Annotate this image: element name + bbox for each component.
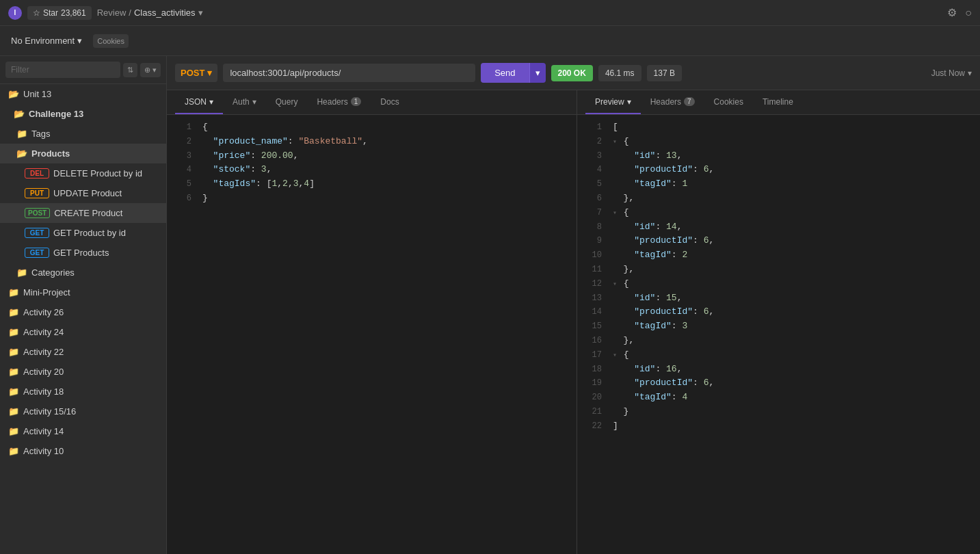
sidebar-item-unit13[interactable]: 📂 Unit 13	[0, 84, 166, 104]
sidebar-item-label: Activity 14	[23, 426, 64, 436]
send-button[interactable]: Send	[481, 63, 529, 83]
user-button[interactable]: ○	[965, 7, 972, 19]
tab-cookies-label: Cookies	[714, 97, 743, 107]
folder-open-icon: 📂	[14, 109, 25, 119]
sidebar: ⇅ ⊕ ▾ 📂 Unit 13 📂 Challenge 13 📁 Tags 📂	[0, 56, 167, 554]
put-badge: PUT	[25, 188, 49, 198]
code-line: 21 }	[577, 405, 980, 419]
env-label: No Environment	[11, 36, 75, 46]
sidebar-item-challenge13[interactable]: 📂 Challenge 13	[0, 104, 166, 124]
send-dropdown-button[interactable]: ▾	[529, 63, 546, 83]
tab-json-dropdown: ▾	[209, 97, 213, 107]
code-line: 4 "productId": 6,	[577, 163, 980, 177]
left-panel-tabs: JSON ▾ Auth ▾ Query Headers 1	[167, 90, 577, 115]
sidebar-sort-button[interactable]: ⇅	[123, 63, 137, 77]
sidebar-item-label: Mini-Project	[23, 287, 70, 298]
url-bar: POST ▾ Send ▾ 200 OK 46.1 ms 137 B Just …	[167, 56, 980, 90]
top-bar: I ☆ Star 23,861 Review / Class_activitie…	[0, 0, 980, 26]
code-line: 1 [	[577, 120, 980, 135]
collapse-arrow[interactable]: ▾	[613, 280, 617, 288]
method-select[interactable]: POST ▾	[175, 64, 217, 82]
sidebar-request-get-products[interactable]: GET GET Products	[0, 243, 166, 263]
response-body: 1 [ 2 ▾ { 3 "	[577, 115, 980, 554]
code-line: 6 }	[167, 192, 577, 206]
code-line: 14 "productId": 6,	[577, 305, 980, 319]
post-badge: POST	[25, 208, 50, 218]
request-area: POST ▾ Send ▾ 200 OK 46.1 ms 137 B Just …	[167, 56, 980, 554]
collapse-arrow[interactable]: ▾	[613, 209, 617, 217]
sidebar-item-activity20[interactable]: 📁 Activity 20	[0, 362, 166, 382]
star-button[interactable]: ☆ Star 23,861	[27, 6, 92, 20]
tab-json[interactable]: JSON ▾	[175, 90, 223, 114]
request-body[interactable]: 1 { 2 "product_name": "Basketball", 3 "p…	[167, 115, 577, 554]
sidebar-request-delete-product[interactable]: DEL DELETE Product by id	[0, 163, 166, 183]
tab-timeline[interactable]: Timeline	[753, 90, 803, 114]
env-bar: No Environment ▾ Cookies	[0, 26, 980, 56]
sidebar-item-activity18[interactable]: 📁 Activity 18	[0, 382, 166, 401]
sidebar-item-mini-project[interactable]: 📁 Mini-Project	[0, 282, 166, 302]
sidebar-item-categories[interactable]: 📁 Categories	[0, 263, 166, 282]
sidebar-item-label: Tags	[31, 129, 50, 139]
tab-cookies[interactable]: Cookies	[704, 90, 753, 114]
sidebar-item-products[interactable]: 📂 Products	[0, 144, 166, 163]
sidebar-item-activity14[interactable]: 📁 Activity 14	[0, 421, 166, 441]
code-line: 1 {	[167, 120, 577, 135]
sidebar-item-label: Challenge 13	[29, 109, 83, 119]
code-line: 15 "tagId": 3	[577, 319, 980, 334]
breadcrumb-prefix: Review	[97, 8, 127, 18]
sidebar-item-tags[interactable]: 📁 Tags	[0, 124, 166, 144]
code-line: 10 "tagId": 2	[577, 248, 980, 263]
tab-resp-headers[interactable]: Headers 7	[641, 90, 704, 114]
resp-headers-badge: 7	[684, 97, 695, 106]
folder-icon: 📁	[16, 129, 27, 139]
sidebar-request-update-product[interactable]: PUT UPDATE Product	[0, 183, 166, 203]
code-line: 18 "id": 16,	[577, 362, 980, 377]
tab-docs[interactable]: Docs	[371, 90, 408, 114]
settings-button[interactable]: ⚙	[947, 6, 957, 19]
code-line: 2 ▾ {	[577, 135, 980, 149]
code-line: 9 "productId": 6,	[577, 234, 980, 248]
collapse-arrow[interactable]: ▾	[613, 352, 617, 359]
collapse-arrow[interactable]: ▾	[613, 138, 617, 146]
sidebar-item-activity1516[interactable]: 📁 Activity 15/16	[0, 401, 166, 421]
timestamp-button[interactable]: Just Now ▾	[931, 68, 972, 78]
tab-headers-label: Headers	[317, 97, 347, 107]
code-line: 5 "tagIds": [1,2,3,4]	[167, 177, 577, 192]
folder-icon: 📁	[16, 267, 27, 278]
sidebar-add-button[interactable]: ⊕ ▾	[140, 63, 161, 77]
timestamp-dropdown-icon: ▾	[968, 68, 972, 78]
url-input[interactable]	[223, 64, 475, 82]
folder-icon: 📁	[8, 347, 19, 357]
tab-headers[interactable]: Headers 1	[307, 90, 371, 114]
status-badge: 200 OK	[551, 65, 593, 81]
sidebar-request-get-product-by-id[interactable]: GET GET Product by id	[0, 223, 166, 243]
method-dropdown-icon: ▾	[207, 68, 212, 78]
sidebar-item-activity24[interactable]: 📁 Activity 24	[0, 322, 166, 342]
response-time-badge: 46.1 ms	[598, 65, 641, 81]
env-selector[interactable]: No Environment ▾	[11, 36, 82, 46]
folder-icon: 📁	[8, 386, 19, 397]
tab-query[interactable]: Query	[266, 90, 308, 114]
right-panel: Preview ▾ Headers 7 Cookies Timeline	[577, 90, 980, 554]
code-line: 3 "id": 13,	[577, 149, 980, 163]
sidebar-item-activity10[interactable]: 📁 Activity 10	[0, 441, 166, 461]
filter-input[interactable]	[5, 62, 120, 78]
sidebar-item-label: UPDATE Product	[53, 188, 122, 198]
sidebar-item-label: GET Product by id	[53, 228, 126, 238]
sidebar-item-activity22[interactable]: 📁 Activity 22	[0, 342, 166, 362]
code-line: 19 "productId": 6,	[577, 376, 980, 391]
folder-open-icon: 📂	[16, 148, 27, 159]
tab-preview[interactable]: Preview ▾	[585, 90, 641, 114]
del-badge: DEL	[25, 168, 49, 179]
code-line: 20 "tagId": 4	[577, 391, 980, 405]
sidebar-item-label: Activity 15/16	[23, 406, 76, 417]
tab-auth[interactable]: Auth ▾	[223, 90, 266, 114]
star-label: Star	[43, 8, 58, 18]
sidebar-request-create-product[interactable]: POST CREATE Product	[0, 203, 166, 223]
sidebar-item-label: GET Products	[53, 248, 109, 258]
cookies-button[interactable]: Cookies	[93, 34, 129, 48]
sidebar-item-activity26[interactable]: 📁 Activity 26	[0, 302, 166, 322]
tab-auth-label: Auth	[233, 97, 250, 107]
sidebar-filter: ⇅ ⊕ ▾	[0, 56, 166, 84]
code-line: 7 ▾ {	[577, 206, 980, 220]
